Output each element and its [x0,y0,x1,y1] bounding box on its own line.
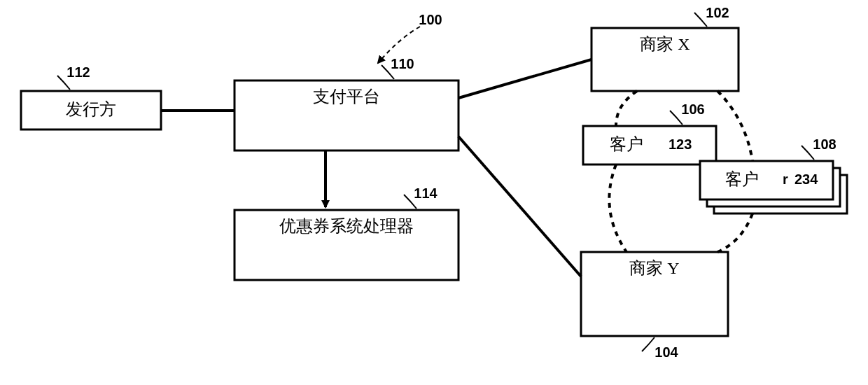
customer-b-label: 客户 [725,170,759,188]
system-diagram: 100 发行方 112 支付平台 110 优惠券系统处理器 114 商家 X 1… [0,0,868,385]
customer-a-ref: 106 [681,102,704,117]
issuer-box: 发行方 112 [21,64,161,130]
svg-text:r: r [783,172,788,187]
platform-label: 支付平台 [313,88,380,106]
merchant-y-ref: 104 [654,344,678,360]
issuer-ref: 112 [66,64,90,80]
link-platform-mx [458,59,592,98]
overall-ref: 100 [378,12,442,63]
customer-b-ref: 108 [813,136,836,152]
merchant-x-box: 商家 X 102 [592,5,738,91]
customer-b-id: 234 [794,172,818,187]
platform-ref: 110 [391,56,414,71]
coupon-box: 优惠券系统处理器 114 [234,186,458,280]
link-mx-cb [718,91,752,161]
merchant-x-ref: 102 [706,5,729,20]
link-cb-my [718,214,752,252]
merchant-x-label: 商家 X [640,35,690,53]
coupon-ref: 114 [414,186,438,201]
customer-a-box: 客户 123 106 [583,102,716,164]
customer-b-stack: 客户 r 234 108 [700,136,847,214]
merchant-y-box: 商家 Y 104 [581,252,728,360]
link-mx-ca [616,91,637,126]
link-ca-my [609,164,626,252]
link-platform-my [458,136,581,276]
ref-overall: 100 [419,12,442,27]
platform-box: 支付平台 110 [234,56,458,150]
coupon-label: 优惠券系统处理器 [279,217,414,235]
customer-a-id: 123 [668,136,692,152]
svg-rect-5 [583,126,716,164]
customer-a-label: 客户 [610,135,643,153]
merchant-y-label: 商家 Y [629,259,679,277]
issuer-label: 发行方 [66,100,116,118]
